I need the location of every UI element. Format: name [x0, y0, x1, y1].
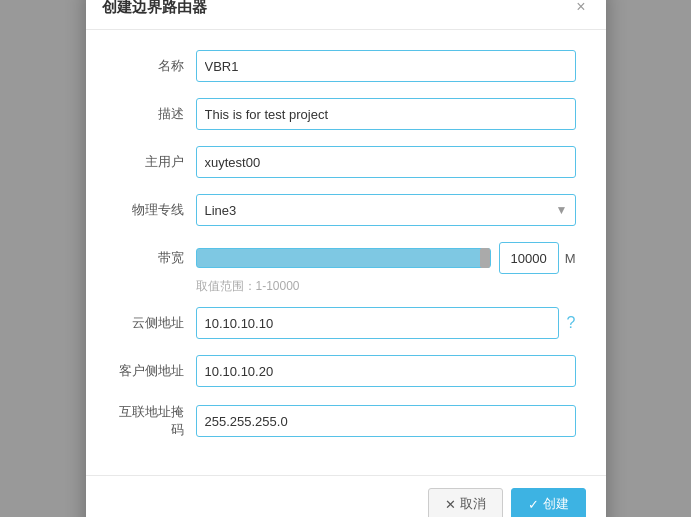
client-ip-label: 客户侧地址 — [116, 362, 196, 380]
bandwidth-label: 带宽 — [116, 249, 196, 267]
submit-label: 创建 — [543, 495, 569, 513]
dialog-body: 名称 描述 主用户 物理专线 Line1 Line2 Line3 Line4 ▼ — [86, 30, 606, 475]
physical-line-select-wrapper: Line1 Line2 Line3 Line4 ▼ — [196, 194, 576, 226]
bandwidth-unit: M — [565, 251, 576, 266]
submit-icon: ✓ — [528, 497, 539, 512]
name-input[interactable] — [196, 50, 576, 82]
client-ip-row: 客户侧地址 — [116, 355, 576, 387]
desc-row: 描述 — [116, 98, 576, 130]
cloud-ip-row: 云侧地址 ? — [116, 307, 576, 339]
dialog-title: 创建边界路由器 — [102, 0, 207, 17]
cancel-button[interactable]: ✕ 取消 — [428, 488, 503, 517]
owner-label: 主用户 — [116, 153, 196, 171]
cancel-label: 取消 — [460, 495, 486, 513]
client-ip-input[interactable] — [196, 355, 576, 387]
cloud-ip-label: 云侧地址 — [116, 314, 196, 332]
close-button[interactable]: × — [572, 0, 589, 17]
desc-input[interactable] — [196, 98, 576, 130]
bandwidth-input[interactable] — [499, 242, 559, 274]
subnet-mask-label: 互联地址掩码 — [116, 403, 196, 439]
name-row: 名称 — [116, 50, 576, 82]
bandwidth-row: 带宽 M — [116, 242, 576, 274]
create-vbr-dialog: 创建边界路由器 × 名称 描述 主用户 物理专线 Line1 Line2 Li — [86, 0, 606, 517]
cloud-ip-input[interactable] — [196, 307, 559, 339]
physical-line-label: 物理专线 — [116, 201, 196, 219]
subnet-mask-row: 互联地址掩码 — [116, 403, 576, 439]
desc-label: 描述 — [116, 105, 196, 123]
owner-row: 主用户 — [116, 146, 576, 178]
cancel-icon: ✕ — [445, 497, 456, 512]
dialog-footer: ✕ 取消 ✓ 创建 — [86, 475, 606, 517]
physical-line-row: 物理专线 Line1 Line2 Line3 Line4 ▼ — [116, 194, 576, 226]
bandwidth-slider-wrapper — [196, 242, 491, 274]
cloud-ip-help-icon[interactable]: ? — [567, 314, 576, 332]
subnet-mask-input[interactable] — [196, 405, 576, 437]
dialog-header: 创建边界路由器 × — [86, 0, 606, 30]
submit-button[interactable]: ✓ 创建 — [511, 488, 586, 517]
name-label: 名称 — [116, 57, 196, 75]
physical-line-select[interactable]: Line1 Line2 Line3 Line4 — [196, 194, 576, 226]
bandwidth-hint: 取值范围：1-10000 — [196, 278, 576, 295]
owner-input[interactable] — [196, 146, 576, 178]
bandwidth-slider[interactable] — [196, 248, 491, 268]
